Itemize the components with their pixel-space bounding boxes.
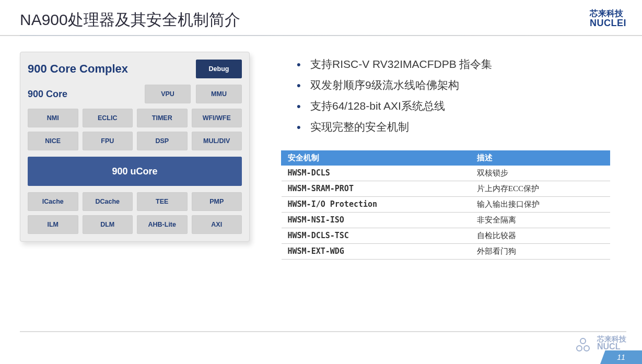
cell: HWSM-DCLS-TSC xyxy=(282,228,471,243)
logo-icon xyxy=(576,338,592,351)
debug-block: Debug xyxy=(196,60,242,78)
ilm-block: ILM xyxy=(28,215,78,234)
table-header-mechanism: 安全机制 xyxy=(282,150,471,165)
mmu-block: MMU xyxy=(196,85,242,103)
table-row: HWSM-EXT-WDG外部看门狗 xyxy=(282,243,610,259)
icache-block: ICache xyxy=(28,192,78,211)
footer-brand: 芯来科技 NUCL xyxy=(597,335,626,351)
dsp-block: DSP xyxy=(137,132,188,150)
core-label: 900 Core xyxy=(28,89,106,100)
wfiwfe-block: WFI/WFE xyxy=(192,109,242,127)
slide-header: NA900处理器及其安全机制简介 芯来科技 NUCLEI xyxy=(0,0,642,36)
table-row: HWSM-NSI-ISO非安全隔离 xyxy=(282,212,610,228)
security-table: 安全机制 描述 HWSM-DCLS双核锁步 HWSM-SRAM-PROT片上内存… xyxy=(281,150,610,260)
brand-cn: 芯来科技 xyxy=(590,9,626,18)
table-row: HWSM-I/O Protection输入输出接口保护 xyxy=(282,196,610,212)
dlm-block: DLM xyxy=(83,215,133,234)
brand-block: 芯来科技 NUCLEI xyxy=(590,9,626,28)
brand-en: NUCLEI xyxy=(590,18,626,28)
cell: HWSM-I/O Protection xyxy=(282,196,471,212)
nmi-block: NMI xyxy=(28,109,78,127)
cell: 自检比较器 xyxy=(471,228,610,243)
feature-list: 支持RISC-V RV32IMACFDPB 指令集 双发射顺序9级流水线哈佛架构… xyxy=(297,54,626,137)
footer-brand-en: NUCL xyxy=(597,343,626,351)
table-row: HWSM-DCLS双核锁步 xyxy=(282,165,610,181)
core-complex-diagram: 900 Core Complex Debug 900 Core VPU MMU … xyxy=(20,52,250,242)
cell: 非安全隔离 xyxy=(471,212,610,228)
cell: HWSM-SRAM-PROT xyxy=(282,181,471,196)
diagram-title: 900 Core Complex xyxy=(28,62,128,76)
diagram-column: 900 Core Complex Debug 900 Core VPU MMU … xyxy=(20,52,250,260)
cell: 双核锁步 xyxy=(471,165,610,181)
muldiv-block: MUL/DIV xyxy=(192,132,242,150)
cell: 外部看门狗 xyxy=(471,243,610,259)
page-number: 11 xyxy=(600,350,642,364)
cell: 输入输出接口保护 xyxy=(471,196,610,212)
table-row: HWSM-DCLS-TSC自检比较器 xyxy=(282,228,610,243)
table-header-desc: 描述 xyxy=(471,150,610,165)
ahblite-block: AHB-Lite xyxy=(137,215,188,234)
ucore-block: 900 uCore xyxy=(28,157,242,186)
slide-title: NA900处理器及其安全机制简介 xyxy=(20,9,240,31)
dcache-block: DCache xyxy=(83,192,133,211)
fpu-block: FPU xyxy=(83,132,133,150)
tee-block: TEE xyxy=(137,192,188,211)
vpu-block: VPU xyxy=(145,85,191,103)
eclic-block: ECLIC xyxy=(83,109,133,127)
nice-block: NICE xyxy=(28,132,78,150)
pmp-block: PMP xyxy=(192,192,242,211)
feature-item: 支持64/128-bit AXI系统总线 xyxy=(297,96,626,116)
cell: 片上内存ECC保护 xyxy=(471,181,610,196)
table-row: HWSM-SRAM-PROT片上内存ECC保护 xyxy=(282,181,610,196)
feature-item: 双发射顺序9级流水线哈佛架构 xyxy=(297,75,626,96)
content-area: 900 Core Complex Debug 900 Core VPU MMU … xyxy=(0,36,642,260)
cell: HWSM-NSI-ISO xyxy=(282,212,471,228)
feature-item: 实现完整的安全机制 xyxy=(297,116,626,137)
feature-item: 支持RISC-V RV32IMACFDPB 指令集 xyxy=(297,54,626,75)
timer-block: TIMER xyxy=(137,109,188,127)
axi-block: AXI xyxy=(192,215,242,234)
footer-brand-cn: 芯来科技 xyxy=(597,335,626,343)
slide-footer: 芯来科技 NUCL xyxy=(20,331,626,351)
text-column: 支持RISC-V RV32IMACFDPB 指令集 双发射顺序9级流水线哈佛架构… xyxy=(281,52,626,260)
cell: HWSM-EXT-WDG xyxy=(282,243,471,259)
cell: HWSM-DCLS xyxy=(282,165,471,181)
